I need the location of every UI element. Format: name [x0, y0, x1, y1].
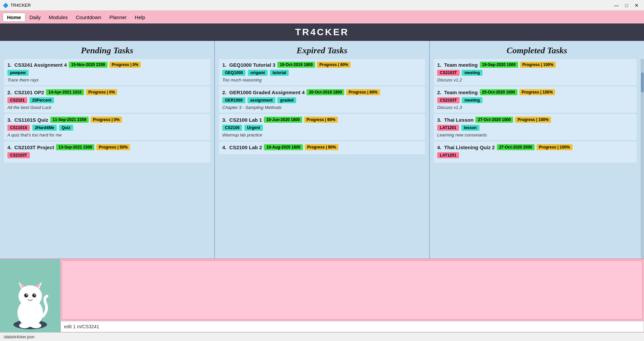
tag-meeting-c1: meeting	[462, 70, 482, 76]
tag-lat1201-c3: LAT1201	[437, 125, 459, 131]
maximize-button[interactable]: □	[622, 2, 631, 9]
tag-ger1000: GER1000	[222, 97, 245, 103]
pending-task-2-title: 2. CS2101 OP2	[7, 90, 44, 95]
pending-task-4-header: 4. CS2103T Project 13-Sep-2021 1500 Prog…	[7, 144, 207, 150]
app-icon: 🔷	[3, 3, 8, 8]
pending-task-2-tags: CS2101 20Percent	[7, 97, 207, 104]
bottom-combined: edit 1 m/CS3241	[60, 259, 644, 332]
completed-task-2-desc: Discuss v1.3	[437, 105, 633, 110]
tag-cs1101s: CS1101S	[7, 125, 30, 131]
svg-point-7	[24, 293, 28, 297]
expired-task-2-header: 2. GER1000 Graded Assignment 4 20-Oct-20…	[222, 89, 422, 95]
expired-task-2-tags: GER1000 assignment graded	[222, 97, 422, 104]
expired-column-header: Expired Tasks	[215, 41, 429, 59]
pending-task-3-progress: Progress | 0%	[91, 117, 122, 123]
window-controls: — □ ✕	[612, 2, 641, 9]
completed-task-4-tags: LAT1201	[437, 152, 633, 159]
menu-daily[interactable]: Daily	[26, 13, 45, 21]
menu-planner[interactable]: Planner	[105, 13, 131, 21]
completed-task-3-header: 3. Thai Lesson 27-Oct-2020 1000 Progress…	[437, 117, 633, 123]
expired-task-2-title: 2. GER1000 Graded Assignment 4	[222, 90, 305, 95]
tag-lesson-c3: lesson	[461, 125, 479, 131]
pending-task-1-desc: Trace them rays	[7, 77, 207, 82]
completed-task-4: 4. Thai Listening Quiz 2 27-Oct-2020 200…	[434, 141, 637, 163]
pending-column-header: Pending Tasks	[0, 41, 214, 59]
pending-task-3-header: 3. CS1101S Quiz 11-Sep-2021 2359 Progres…	[7, 117, 207, 123]
tag-cs2100-3: CS2100	[222, 125, 242, 131]
completed-task-1: 1. Team meeting 19-Sep-2020 1000 Progres…	[434, 59, 637, 85]
expired-task-4-header: 4. CS2100 Lab 2 10-Aug-2020 1800 Progres…	[222, 144, 422, 150]
tag-urgent: Urgent	[244, 125, 263, 131]
expired-task-2-date: 20-Oct-2019 1800	[307, 89, 344, 95]
expired-task-3-tags: CS2100 Urgent	[222, 124, 422, 131]
tag-assignment: assignment	[247, 97, 275, 103]
title-bar-left: 🔷 TR4CKER	[3, 3, 31, 8]
pending-task-1-tags: pewpew	[7, 69, 207, 76]
pending-task-1-title: 1. CS3241 Assignment 4	[7, 62, 67, 68]
completed-task-4-progress: Progress | 100%	[537, 144, 572, 150]
tag-graded: graded	[277, 97, 296, 103]
expired-task-4: 4. CS2100 Lab 2 10-Aug-2020 1800 Progres…	[219, 141, 425, 154]
expired-task-2-progress: Progress | 80%	[346, 89, 380, 95]
completed-task-1-title: 1. Team meeting	[437, 62, 478, 68]
status-bar: .\data\tr4cker.json	[0, 332, 644, 341]
completed-task-1-header: 1. Team meeting 19-Sep-2020 1000 Progres…	[437, 62, 633, 68]
pending-task-1: 1. CS3241 Assignment 4 15-Nov-2020 2359 …	[4, 59, 210, 85]
completed-scroll[interactable]: 1. Team meeting 19-Sep-2020 1000 Progres…	[430, 59, 641, 259]
pending-scroll[interactable]: 1. CS3241 Assignment 4 15-Nov-2020 2359 …	[0, 59, 214, 259]
expired-column: Expired Tasks 1. GEQ1000 Tutorial 3 10-O…	[215, 41, 430, 259]
completed-column: Completed Tasks 1. Team meeting 19-Sep-2…	[430, 41, 644, 259]
pending-task-3-desc: A quiz that's too hard for me	[7, 132, 207, 137]
completed-task-2: 2. Team meeting 25-Oct-2020 1000 Progres…	[434, 87, 637, 113]
tag-cs2103t-c1: CS2103T	[437, 70, 460, 76]
tag-geq1000: GEQ1000	[222, 70, 245, 76]
expired-task-1-date: 10-Oct-2019 1800	[277, 62, 315, 68]
pending-task-3-date: 11-Sep-2021 2359	[50, 117, 89, 123]
menu-countdown[interactable]: Countdown	[72, 13, 105, 21]
pending-task-3-title: 3. CS1101S Quiz	[7, 117, 48, 123]
menu-modules[interactable]: Modules	[45, 13, 72, 21]
svg-point-12	[19, 323, 30, 328]
tag-2hard4me: 2Hard4Me	[32, 125, 57, 131]
main-content: Pending Tasks 1. CS3241 Assignment 4 15-…	[0, 41, 644, 259]
completed-task-2-tags: CS2103T meeting	[437, 97, 633, 104]
menu-help[interactable]: Help	[131, 13, 149, 21]
tag-origami: origami	[248, 70, 268, 76]
completed-column-header: Completed Tasks	[430, 41, 644, 59]
expired-task-3-header: 3. CS2100 Lab 1 10-Jun-2020 1800 Progres…	[222, 117, 422, 123]
menu-bar: Home Daily Modules Countdown Planner Hel…	[0, 11, 644, 23]
tag-tutorial: tutorial	[270, 70, 289, 76]
expired-task-1: 1. GEQ1000 Tutorial 3 10-Oct-2019 1800 P…	[219, 59, 425, 85]
expired-task-1-tags: GEQ1000 origami tutorial	[222, 69, 422, 76]
close-button[interactable]: ✕	[632, 2, 641, 9]
cat-mascot	[5, 269, 55, 330]
pending-task-1-header: 1. CS3241 Assignment 4 15-Nov-2020 2359 …	[7, 62, 207, 68]
expired-task-2: 2. GER1000 Graded Assignment 4 20-Oct-20…	[219, 87, 425, 113]
expired-scroll[interactable]: 1. GEQ1000 Tutorial 3 10-Oct-2019 1800 P…	[215, 59, 429, 259]
svg-point-8	[32, 293, 36, 297]
menu-home[interactable]: Home	[3, 13, 26, 22]
expired-task-2-desc: Chapter 3 - Sampling Methods	[222, 105, 422, 110]
output-area	[62, 261, 643, 320]
app-name-label: TR4CKER	[10, 3, 31, 8]
completed-task-3-desc: Learning new consonants	[437, 132, 633, 137]
completed-task-3: 3. Thai Lesson 27-Oct-2020 1000 Progress…	[434, 114, 637, 140]
pending-task-4-title: 4. CS2103T Project	[7, 145, 54, 150]
expired-task-1-title: 1. GEQ1000 Tutorial 3	[222, 62, 275, 68]
svg-point-9	[26, 294, 28, 295]
minimize-button[interactable]: —	[612, 2, 621, 9]
tag-pewpew: pewpew	[7, 70, 29, 76]
completed-task-1-desc: Discuss v1.2	[437, 77, 633, 82]
expired-task-1-header: 1. GEQ1000 Tutorial 3 10-Oct-2019 1800 P…	[222, 62, 422, 68]
tag-lat1201-c4: LAT1201	[437, 152, 459, 158]
tag-meeting-c2: meeting	[462, 97, 482, 103]
expired-task-3-progress: Progress | 90%	[304, 117, 338, 123]
completed-task-3-progress: Progress | 100%	[515, 117, 551, 123]
completed-task-1-progress: Progress | 100%	[520, 62, 556, 68]
completed-scrollbar[interactable]	[641, 59, 644, 259]
svg-point-2	[18, 285, 42, 307]
completed-task-4-date: 27-Oct-2020 2000	[497, 144, 535, 150]
tag-cs2101: CS2101	[7, 97, 27, 103]
tag-quiz: Quiz	[59, 125, 73, 131]
pending-task-1-progress: Progress | 0%	[109, 62, 141, 68]
